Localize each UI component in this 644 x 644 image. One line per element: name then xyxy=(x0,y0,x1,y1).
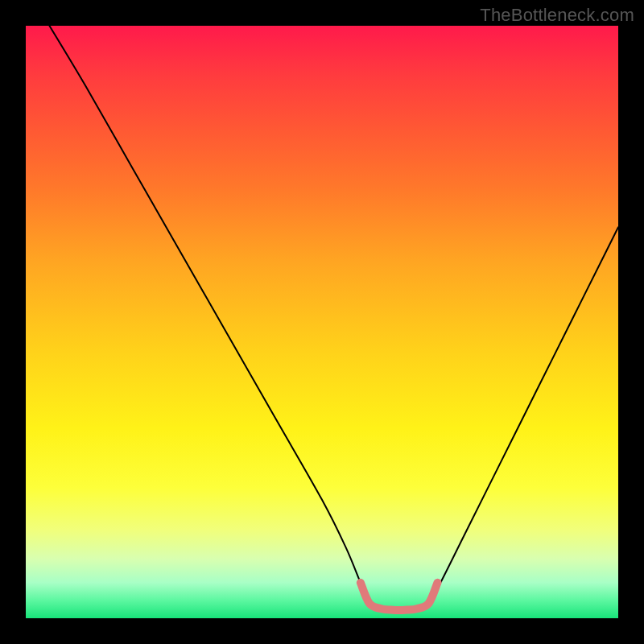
black-curve-path xyxy=(49,26,618,610)
black-curve xyxy=(49,26,618,610)
pink-valley-segment xyxy=(361,583,438,610)
watermark-text: TheBottleneck.com xyxy=(480,5,634,26)
pink-valley-segment-path xyxy=(361,583,438,610)
curves-layer xyxy=(26,26,618,618)
chart-frame: TheBottleneck.com xyxy=(0,0,644,644)
plot-area xyxy=(26,26,618,618)
